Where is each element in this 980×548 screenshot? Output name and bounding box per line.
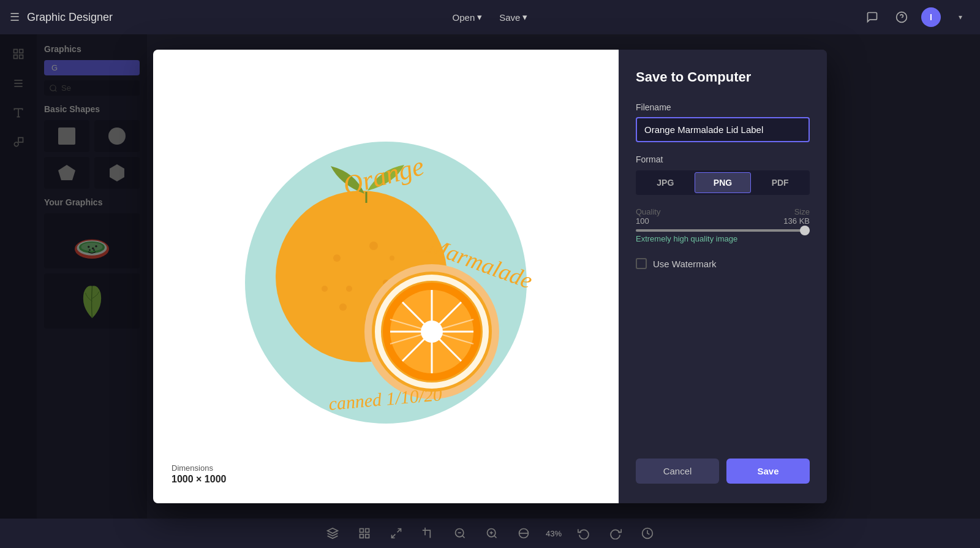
dimensions-title: Dimensions xyxy=(172,463,226,473)
format-jpg-button[interactable]: JPG xyxy=(638,172,693,193)
svg-point-46 xyxy=(333,254,341,262)
svg-line-32 xyxy=(391,535,395,538)
format-label: Format xyxy=(636,154,810,164)
preview-canvas: Orange Marmalade canned 1/10/20 xyxy=(208,99,564,454)
format-png-button[interactable]: PNG xyxy=(695,172,752,193)
menu-icon[interactable]: ☰ xyxy=(10,10,20,24)
modal-overlay: Orange Marmalade canned 1/10/20 Dimensio… xyxy=(0,34,980,519)
svg-rect-28 xyxy=(366,529,369,533)
bottombar: 43% xyxy=(0,519,980,548)
svg-line-31 xyxy=(398,529,401,533)
modal-title: Save to Computer xyxy=(636,69,810,85)
expand-icon[interactable] xyxy=(386,523,406,543)
svg-rect-29 xyxy=(360,535,363,538)
zoom-in-icon[interactable] xyxy=(482,523,502,543)
redo-icon[interactable] xyxy=(606,523,625,543)
filename-input[interactable] xyxy=(636,117,810,142)
account-dropdown-button[interactable]: ▾ xyxy=(951,7,970,27)
modal-actions: Cancel Save xyxy=(636,459,810,484)
modal-right-panel: Save to Computer Filename Format JPG PNG… xyxy=(619,50,827,503)
undo-icon[interactable] xyxy=(574,523,594,543)
svg-line-37 xyxy=(494,536,497,538)
svg-line-34 xyxy=(462,536,465,538)
save-modal: Orange Marmalade canned 1/10/20 Dimensio… xyxy=(153,50,827,503)
open-button[interactable]: Open ▾ xyxy=(447,8,489,26)
history-icon[interactable] xyxy=(638,523,657,543)
format-buttons: JPG PNG PDF xyxy=(636,170,810,195)
svg-point-52 xyxy=(322,286,328,292)
size-label: Size xyxy=(783,207,810,216)
save-button[interactable]: Save ▾ xyxy=(493,8,533,26)
svg-point-48 xyxy=(369,242,378,250)
topbar-right: I ▾ xyxy=(862,7,970,27)
dimensions-value: 1000 × 1000 xyxy=(172,474,226,485)
size-col: Size 136 KB xyxy=(783,207,810,226)
app-title: Graphic Designer xyxy=(27,11,113,24)
crop-icon[interactable] xyxy=(418,523,438,543)
topbar: ☰ Graphic Designer Open ▾ Save ▾ I ▾ xyxy=(0,0,980,34)
svg-point-50 xyxy=(339,303,347,311)
size-value: 136 KB xyxy=(783,216,810,226)
svg-point-47 xyxy=(346,286,352,292)
format-pdf-button[interactable]: PDF xyxy=(752,172,808,193)
filename-label: Filename xyxy=(636,102,810,112)
zoom-fit-icon[interactable] xyxy=(514,523,533,543)
zoom-out-icon[interactable] xyxy=(450,523,470,543)
quality-value: 100 xyxy=(636,216,783,226)
grid-icon[interactable] xyxy=(355,523,374,543)
help-icon-button[interactable] xyxy=(892,7,911,27)
topbar-center: Open ▾ Save ▾ xyxy=(447,8,534,26)
layers-icon[interactable] xyxy=(323,523,342,543)
watermark-row: Use Watermark xyxy=(636,258,810,269)
cancel-button[interactable]: Cancel xyxy=(636,459,719,484)
quality-label: Quality xyxy=(636,207,783,216)
svg-marker-26 xyxy=(328,528,338,533)
watermark-checkbox[interactable] xyxy=(636,258,647,269)
chat-icon-button[interactable] xyxy=(862,7,882,27)
label-preview-image: Orange Marmalade canned 1/10/20 xyxy=(221,111,551,442)
dimensions-label: Dimensions 1000 × 1000 xyxy=(172,463,226,485)
quality-slider-row xyxy=(636,229,810,232)
svg-point-65 xyxy=(421,321,443,343)
avatar[interactable]: I xyxy=(921,7,941,27)
quality-slider[interactable] xyxy=(636,229,810,232)
svg-point-53 xyxy=(390,256,394,261)
svg-rect-30 xyxy=(366,535,369,538)
quality-size-row: Quality 100 Size 136 KB xyxy=(636,207,810,226)
save-file-button[interactable]: Save xyxy=(726,459,810,484)
zoom-value: 43% xyxy=(546,529,562,538)
quality-col: Quality 100 xyxy=(636,207,783,226)
quality-description: Extremely high quality image xyxy=(636,234,810,243)
modal-preview: Orange Marmalade canned 1/10/20 Dimensio… xyxy=(153,50,619,503)
svg-rect-27 xyxy=(360,529,363,533)
watermark-label: Use Watermark xyxy=(653,259,717,269)
